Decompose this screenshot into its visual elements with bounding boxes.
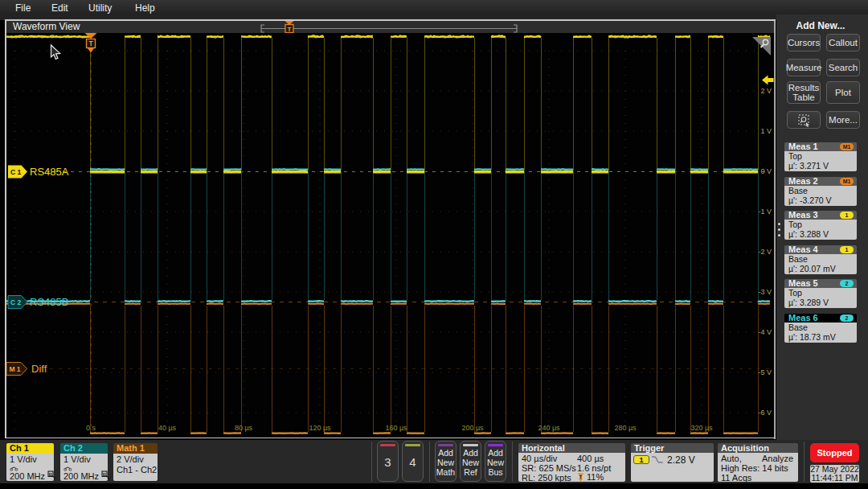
svg-text:80 µs: 80 µs (235, 424, 253, 432)
svg-text:160 µs: 160 µs (385, 424, 407, 432)
svg-text:200 µs: 200 µs (461, 424, 484, 432)
svg-text:240 µs: 240 µs (538, 424, 560, 432)
svg-text:0 s: 0 s (86, 424, 96, 432)
svg-text:120 µs: 120 µs (309, 424, 331, 432)
svg-text:-2 V: -2 V (758, 248, 772, 256)
svg-text:C 2: C 2 (10, 298, 22, 306)
svg-text:40 µs: 40 µs (158, 424, 177, 432)
svg-text:1 V: 1 V (760, 127, 772, 135)
svg-text:320 µs: 320 µs (690, 424, 713, 432)
svg-text:Waveform View: Waveform View (13, 21, 80, 32)
svg-text:T: T (288, 26, 292, 33)
svg-text:M 1: M 1 (9, 365, 20, 373)
svg-text:T: T (88, 39, 93, 47)
svg-text:2 V: 2 V (760, 87, 772, 95)
svg-text:RS485A: RS485A (30, 166, 69, 178)
svg-text:280 µs: 280 µs (614, 424, 637, 432)
svg-text:C 1: C 1 (10, 168, 22, 176)
svg-text:-6 V: -6 V (758, 409, 772, 417)
svg-text:-1 V: -1 V (758, 208, 772, 216)
svg-text:0 V: 0 V (760, 167, 772, 175)
svg-text:-5 V: -5 V (758, 368, 772, 376)
svg-text:-4 V: -4 V (758, 328, 772, 336)
svg-text:Diff: Diff (31, 363, 47, 375)
svg-text:RS485B: RS485B (30, 296, 68, 308)
svg-text:-3 V: -3 V (758, 288, 772, 296)
